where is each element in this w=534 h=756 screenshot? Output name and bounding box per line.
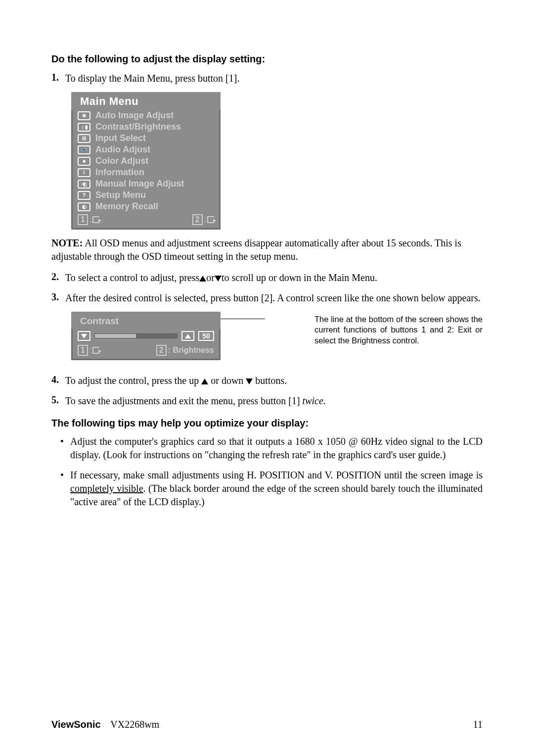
step-4: 4. To adjust the control, press the up o… (51, 374, 483, 387)
heading-tips: The following tips may help you optimize… (51, 418, 483, 429)
osd-item: ◐Memory Recall (73, 201, 219, 212)
step-2-text: To select a control to adjust, pressorto… (65, 271, 483, 284)
footer-page-number: 11 (473, 719, 483, 730)
osd-item: 🔊Audio Adjust (73, 144, 219, 155)
step-5-text: To save the adjustments and exit the men… (65, 394, 483, 408)
step-3-text: After the desired control is selected, p… (65, 291, 483, 305)
osd-item-label: Memory Recall (95, 201, 158, 212)
exit-icon (92, 347, 99, 354)
connector-line (221, 319, 265, 319)
bullet-marker: • (60, 435, 70, 462)
step-4-number: 4. (51, 374, 65, 387)
enter-icon (207, 216, 214, 223)
osd-footer-btn-1: 1: (78, 214, 99, 225)
footer-brand: ViewSonic (51, 719, 101, 730)
step-4-text: To adjust the control, press the up or d… (65, 374, 483, 387)
osd-item: ?Setup Menu (73, 189, 219, 201)
osd-item: ■Color Adjust (73, 155, 219, 167)
note-text: All OSD menus and adjustment screens dis… (51, 237, 461, 262)
bullet-2-text: If necessary, make small adjustments usi… (70, 469, 483, 509)
osd-item-label: Information (95, 167, 144, 178)
step-5: 5. To save the adjustments and exit the … (51, 394, 483, 408)
up-arrow-icon (201, 378, 208, 384)
slider-track (94, 333, 178, 338)
osd-item: ▫◐Manual Image Adjust (73, 178, 219, 189)
step-2: 2. To select a control to adjust, presso… (51, 271, 483, 284)
osd-main-title: Main Menu (71, 92, 221, 110)
osd-item: iInformation (73, 167, 219, 178)
color-adjust-icon: ■ (78, 157, 90, 166)
bullet-2: • If necessary, make small adjustments u… (60, 469, 483, 509)
memory-recall-icon: ◐ (78, 202, 90, 211)
bullet-1-text: Adjust the computer's graphics card so t… (70, 435, 483, 462)
osd-item-label: Setup Menu (95, 190, 146, 200)
down-arrow-icon (215, 276, 222, 282)
osd-item-label: Audio Adjust (95, 144, 150, 155)
slider-up-button (181, 331, 194, 341)
bullet-marker: • (60, 469, 70, 509)
step-1-text: To display the Main Menu, press button [… (65, 72, 483, 85)
up-arrow-icon (185, 334, 191, 338)
footer-model: VX2268wm (110, 719, 159, 730)
osd-item: ⊟Input Select (73, 133, 219, 144)
note-label: NOTE: (51, 237, 83, 248)
audio-adjust-icon: 🔊 (78, 145, 90, 154)
input-select-icon: ⊟ (78, 134, 90, 143)
osd-item-label: Input Select (95, 133, 146, 143)
osd-item-label: Manual Image Adjust (95, 179, 184, 189)
heading-adjust-display: Do the following to adjust the display s… (51, 53, 483, 65)
contrast-footer-btn-1: 1: (78, 345, 99, 356)
step-1: 1. To display the Main Menu, press butto… (51, 72, 483, 85)
contrast-brightness-icon: ☼▮ (78, 123, 90, 132)
page-footer: ViewSonic VX2268wm 11 (51, 719, 483, 730)
step-5-number: 5. (51, 394, 65, 408)
slider-down-button (78, 331, 90, 341)
step-3: 3. After the desired control is selected… (51, 291, 483, 305)
step-3-number: 3. (51, 291, 65, 305)
slider-value: 50 (198, 331, 214, 341)
manual-image-adjust-icon: ▫◐ (78, 180, 90, 189)
step-1-number: 1. (51, 72, 65, 85)
bullet-1: • Adjust the computer's graphics card so… (60, 435, 483, 462)
osd-item: ☼▮Contrast/Brightness (73, 121, 219, 133)
osd-item-label: Contrast/Brightness (95, 122, 181, 132)
osd-contrast-title: Contrast (71, 312, 221, 329)
osd-item-label: Auto Image Adjust (95, 110, 174, 121)
osd-item: ⊕Auto Image Adjust (73, 110, 219, 121)
contrast-slider: 50 (71, 329, 221, 343)
step-2-number: 2. (51, 271, 65, 284)
osd-main-menu: Main Menu ⊕Auto Image Adjust ☼▮Contrast/… (71, 92, 221, 230)
osd-footer-btn-2: 2: (192, 214, 214, 225)
contrast-footer-btn-2: 2: Brightness (156, 345, 214, 356)
osd-item-label: Color Adjust (95, 156, 148, 166)
up-arrow-icon (199, 276, 206, 282)
exit-icon (92, 216, 99, 223)
auto-image-adjust-icon: ⊕ (78, 111, 90, 120)
annotation-text: The line at the bottom of the screen sho… (314, 314, 483, 346)
setup-menu-icon: ? (78, 191, 90, 200)
information-icon: i (78, 168, 90, 177)
down-arrow-icon (246, 378, 253, 384)
down-arrow-icon (81, 334, 87, 338)
note-paragraph: NOTE: All OSD menus and adjustment scree… (51, 236, 483, 263)
osd-contrast-panel: Contrast 50 1: 2: Brightness (71, 312, 221, 360)
